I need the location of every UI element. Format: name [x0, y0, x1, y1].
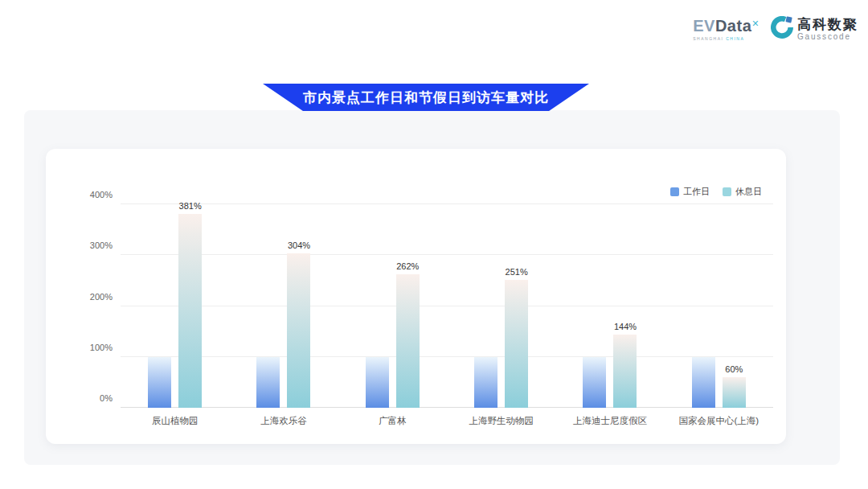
bar-workday	[583, 357, 606, 408]
bar-restday: 144%	[613, 335, 637, 408]
gausscode-en-label: Gausscode	[797, 32, 858, 41]
y-axis-tick-label: 200%	[64, 292, 113, 302]
evdata-data-text: Data	[715, 17, 751, 35]
gausscode-cn-label: 高科数聚	[797, 18, 858, 32]
bar-value-label: 144%	[614, 322, 637, 331]
evdata-tagline: SHANGHAI CHINA	[693, 36, 744, 41]
evdata-tagline-left: SHANGHAI	[693, 36, 723, 41]
chart-card: 工作日休息日 0%100%200%300%400%381%辰山植物园304%上海…	[46, 149, 786, 444]
y-axis-tick-label: 400%	[64, 190, 113, 199]
gausscode-logo: 高科数聚 Gausscode	[771, 16, 858, 42]
evdata-logo: EVData✕ SHANGHAI CHINA	[693, 18, 760, 41]
legend-label: 工作日	[683, 186, 710, 198]
bar-group: 60%国家会展中心(上海)	[665, 204, 773, 408]
bar-restday: 60%	[723, 377, 746, 408]
x-axis-category-label: 国家会展中心(上海)	[678, 415, 759, 427]
x-axis-category-label: 上海野生动物园	[469, 415, 534, 427]
bar-group: 144%上海迪士尼度假区	[555, 204, 664, 408]
bar-group: 262%广富林	[338, 204, 447, 408]
bar-workday	[148, 357, 171, 408]
banner-title: 市内景点工作日和节假日到访车量对比	[303, 88, 549, 107]
title-banner: 市内景点工作日和节假日到访车量对比	[263, 84, 589, 111]
legend-item[interactable]: 工作日	[670, 186, 710, 198]
legend-swatch-icon	[723, 187, 731, 196]
y-axis-tick-label: 300%	[64, 240, 113, 250]
bar-group: 251%上海野生动物园	[447, 204, 555, 408]
gausscode-g-icon	[771, 16, 793, 42]
bar-restday: 251%	[505, 280, 528, 408]
bar-workday	[256, 357, 280, 408]
bar-restday: 304%	[287, 253, 310, 408]
evdata-tagline-right: CHINA	[726, 36, 744, 41]
bar-value-label: 304%	[288, 240, 310, 250]
x-axis-category-label: 上海迪士尼度假区	[573, 415, 647, 427]
legend-item[interactable]: 休息日	[723, 186, 762, 198]
bar-value-label: 262%	[396, 261, 419, 271]
bar-workday	[366, 357, 389, 408]
bar-groups: 381%辰山植物园304%上海欢乐谷262%广富林251%上海野生动物园144%…	[121, 204, 773, 408]
bar-group: 304%上海欢乐谷	[229, 204, 338, 408]
bar-workday	[474, 357, 497, 408]
header-logos: EVData✕ SHANGHAI CHINA 高科数聚 Gausscode	[693, 16, 858, 42]
bar-restday: 381%	[178, 214, 202, 408]
bar-workday	[692, 357, 715, 408]
evdata-ev-text: EV	[693, 17, 715, 35]
bar-value-label: 60%	[725, 364, 743, 374]
gausscode-text: 高科数聚 Gausscode	[797, 18, 858, 41]
x-axis-category-label: 广富林	[379, 415, 407, 427]
evdata-wordmark: EVData✕	[693, 18, 760, 34]
chart-plot: 0%100%200%300%400%381%辰山植物园304%上海欢乐谷262%…	[121, 204, 773, 408]
chart-legend: 工作日休息日	[670, 186, 762, 198]
y-axis-tick-label: 100%	[64, 343, 113, 352]
x-axis-category-label: 辰山植物园	[152, 415, 199, 427]
legend-swatch-icon	[670, 187, 679, 196]
bar-restday: 262%	[396, 274, 420, 408]
y-axis-tick-label: 0%	[64, 393, 113, 403]
bar-value-label: 381%	[179, 201, 202, 211]
bar-group: 381%辰山植物园	[121, 204, 229, 408]
x-axis-category-label: 上海欢乐谷	[260, 415, 307, 427]
evdata-x-icon: ✕	[751, 18, 760, 28]
legend-label: 休息日	[735, 186, 762, 198]
bar-value-label: 251%	[506, 267, 528, 277]
